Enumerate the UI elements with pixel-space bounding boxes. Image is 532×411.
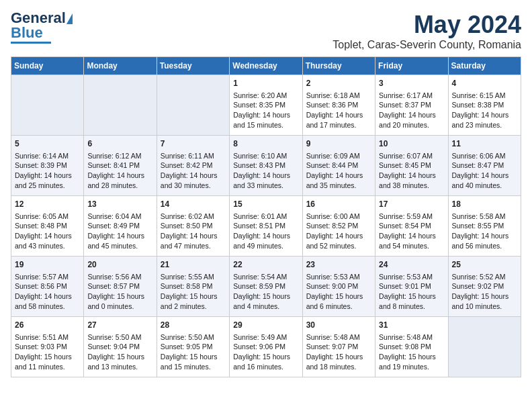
day-info: Sunrise: 5:57 AM Sunset: 8:56 PM Dayligh… bbox=[15, 272, 80, 312]
day-info: Sunrise: 6:06 AM Sunset: 8:47 PM Dayligh… bbox=[452, 151, 517, 191]
day-number: 24 bbox=[379, 259, 444, 271]
day-info: Sunrise: 5:59 AM Sunset: 8:54 PM Dayligh… bbox=[379, 212, 444, 251]
day-info: Sunrise: 6:18 AM Sunset: 8:36 PM Dayligh… bbox=[306, 91, 371, 130]
day-info: Sunrise: 5:49 AM Sunset: 9:06 PM Dayligh… bbox=[233, 332, 298, 372]
day-info: Sunrise: 6:02 AM Sunset: 8:50 PM Dayligh… bbox=[161, 212, 226, 251]
calendar-cell: 25Sunrise: 5:52 AM Sunset: 9:02 PM Dayli… bbox=[448, 257, 521, 317]
day-number: 26 bbox=[15, 320, 80, 331]
day-number: 2 bbox=[306, 78, 371, 89]
header-day: Friday bbox=[375, 57, 448, 75]
day-number: 20 bbox=[87, 259, 152, 271]
calendar-cell: 29Sunrise: 5:49 AM Sunset: 9:06 PM Dayli… bbox=[230, 317, 302, 377]
day-number: 1 bbox=[233, 78, 298, 89]
calendar-cell: 7Sunrise: 6:11 AM Sunset: 8:42 PM Daylig… bbox=[157, 136, 229, 196]
calendar-cell bbox=[448, 317, 521, 377]
header-day: Wednesday bbox=[230, 57, 302, 75]
day-info: Sunrise: 5:50 AM Sunset: 9:04 PM Dayligh… bbox=[87, 332, 152, 372]
calendar-cell bbox=[11, 75, 84, 136]
day-info: Sunrise: 5:52 AM Sunset: 9:02 PM Dayligh… bbox=[452, 272, 517, 312]
calendar-week: 1Sunrise: 6:20 AM Sunset: 8:35 PM Daylig… bbox=[11, 75, 521, 136]
page-header: General Blue May 2024 Toplet, Caras-Seve… bbox=[11, 11, 521, 51]
calendar-cell: 30Sunrise: 5:48 AM Sunset: 9:07 PM Dayli… bbox=[302, 317, 375, 377]
day-info: Sunrise: 5:55 AM Sunset: 8:58 PM Dayligh… bbox=[161, 272, 226, 312]
day-info: Sunrise: 6:17 AM Sunset: 8:37 PM Dayligh… bbox=[379, 91, 444, 130]
day-info: Sunrise: 6:12 AM Sunset: 8:41 PM Dayligh… bbox=[87, 151, 152, 191]
calendar-cell: 16Sunrise: 6:00 AM Sunset: 8:52 PM Dayli… bbox=[302, 196, 375, 257]
calendar-cell: 13Sunrise: 6:04 AM Sunset: 8:49 PM Dayli… bbox=[84, 196, 157, 257]
logo-underline bbox=[11, 42, 51, 44]
header-row: SundayMondayTuesdayWednesdayThursdayFrid… bbox=[11, 57, 521, 75]
calendar-cell: 2Sunrise: 6:18 AM Sunset: 8:36 PM Daylig… bbox=[302, 75, 375, 136]
day-number: 7 bbox=[161, 138, 226, 150]
logo-text: General bbox=[11, 11, 73, 26]
day-number: 14 bbox=[161, 199, 226, 210]
header-day: Monday bbox=[84, 57, 157, 75]
calendar-cell: 3Sunrise: 6:17 AM Sunset: 8:37 PM Daylig… bbox=[375, 75, 448, 136]
header-day: Sunday bbox=[11, 57, 84, 75]
calendar-table: SundayMondayTuesdayWednesdayThursdayFrid… bbox=[11, 56, 521, 377]
day-info: Sunrise: 6:04 AM Sunset: 8:49 PM Dayligh… bbox=[87, 212, 152, 251]
calendar-week: 5Sunrise: 6:14 AM Sunset: 8:39 PM Daylig… bbox=[11, 136, 521, 196]
calendar-cell: 19Sunrise: 5:57 AM Sunset: 8:56 PM Dayli… bbox=[11, 257, 84, 317]
day-info: Sunrise: 6:07 AM Sunset: 8:45 PM Dayligh… bbox=[379, 151, 444, 191]
day-number: 11 bbox=[452, 138, 517, 150]
calendar-cell: 22Sunrise: 5:54 AM Sunset: 8:59 PM Dayli… bbox=[230, 257, 302, 317]
day-info: Sunrise: 5:50 AM Sunset: 9:05 PM Dayligh… bbox=[161, 332, 226, 372]
calendar-cell: 26Sunrise: 5:51 AM Sunset: 9:03 PM Dayli… bbox=[11, 317, 84, 377]
day-number: 27 bbox=[87, 320, 152, 331]
day-number: 10 bbox=[379, 138, 444, 150]
day-number: 12 bbox=[15, 199, 80, 210]
calendar-week: 19Sunrise: 5:57 AM Sunset: 8:56 PM Dayli… bbox=[11, 257, 521, 317]
day-number: 23 bbox=[306, 259, 371, 271]
day-number: 5 bbox=[15, 138, 80, 150]
day-number: 30 bbox=[306, 320, 371, 331]
calendar-header: SundayMondayTuesdayWednesdayThursdayFrid… bbox=[11, 57, 521, 75]
calendar-cell: 23Sunrise: 5:53 AM Sunset: 9:00 PM Dayli… bbox=[302, 257, 375, 317]
day-number: 15 bbox=[233, 199, 298, 210]
calendar-cell: 1Sunrise: 6:20 AM Sunset: 8:35 PM Daylig… bbox=[230, 75, 302, 136]
day-info: Sunrise: 5:53 AM Sunset: 9:01 PM Dayligh… bbox=[379, 272, 444, 312]
day-number: 6 bbox=[87, 138, 152, 150]
day-info: Sunrise: 6:09 AM Sunset: 8:44 PM Dayligh… bbox=[306, 151, 371, 191]
day-info: Sunrise: 6:15 AM Sunset: 8:38 PM Dayligh… bbox=[452, 91, 517, 130]
calendar-cell: 24Sunrise: 5:53 AM Sunset: 9:01 PM Dayli… bbox=[375, 257, 448, 317]
day-info: Sunrise: 5:58 AM Sunset: 8:55 PM Dayligh… bbox=[452, 212, 517, 251]
day-info: Sunrise: 5:48 AM Sunset: 9:08 PM Dayligh… bbox=[379, 332, 444, 372]
day-number: 13 bbox=[87, 199, 152, 210]
calendar-cell: 11Sunrise: 6:06 AM Sunset: 8:47 PM Dayli… bbox=[448, 136, 521, 196]
calendar-cell: 6Sunrise: 6:12 AM Sunset: 8:41 PM Daylig… bbox=[84, 136, 157, 196]
day-info: Sunrise: 6:11 AM Sunset: 8:42 PM Dayligh… bbox=[161, 151, 226, 191]
day-info: Sunrise: 5:51 AM Sunset: 9:03 PM Dayligh… bbox=[15, 332, 80, 372]
day-number: 4 bbox=[452, 78, 517, 89]
calendar-cell: 20Sunrise: 5:56 AM Sunset: 8:57 PM Dayli… bbox=[84, 257, 157, 317]
calendar-cell: 10Sunrise: 6:07 AM Sunset: 8:45 PM Dayli… bbox=[375, 136, 448, 196]
day-info: Sunrise: 5:56 AM Sunset: 8:57 PM Dayligh… bbox=[87, 272, 152, 312]
calendar-cell: 14Sunrise: 6:02 AM Sunset: 8:50 PM Dayli… bbox=[157, 196, 229, 257]
calendar-cell: 27Sunrise: 5:50 AM Sunset: 9:04 PM Dayli… bbox=[84, 317, 157, 377]
calendar-cell bbox=[157, 75, 229, 136]
day-number: 3 bbox=[379, 78, 444, 89]
calendar-body: 1Sunrise: 6:20 AM Sunset: 8:35 PM Daylig… bbox=[11, 75, 521, 377]
calendar-cell: 17Sunrise: 5:59 AM Sunset: 8:54 PM Dayli… bbox=[375, 196, 448, 257]
day-number: 9 bbox=[306, 138, 371, 150]
day-number: 8 bbox=[233, 138, 298, 150]
day-number: 18 bbox=[452, 199, 517, 210]
day-number: 22 bbox=[233, 259, 298, 271]
calendar-week: 26Sunrise: 5:51 AM Sunset: 9:03 PM Dayli… bbox=[11, 317, 521, 377]
calendar-cell: 5Sunrise: 6:14 AM Sunset: 8:39 PM Daylig… bbox=[11, 136, 84, 196]
calendar-cell bbox=[84, 75, 157, 136]
day-info: Sunrise: 5:54 AM Sunset: 8:59 PM Dayligh… bbox=[233, 272, 298, 312]
calendar-cell: 15Sunrise: 6:01 AM Sunset: 8:51 PM Dayli… bbox=[230, 196, 302, 257]
main-title: May 2024 bbox=[332, 11, 521, 39]
subtitle: Toplet, Caras-Severin County, Romania bbox=[332, 39, 521, 51]
header-day: Tuesday bbox=[157, 57, 229, 75]
day-number: 28 bbox=[161, 320, 226, 331]
day-info: Sunrise: 6:20 AM Sunset: 8:35 PM Dayligh… bbox=[233, 91, 298, 130]
logo: General Blue bbox=[11, 11, 73, 44]
day-number: 25 bbox=[452, 259, 517, 271]
day-number: 17 bbox=[379, 199, 444, 210]
day-number: 19 bbox=[15, 259, 80, 271]
logo-blue-text: Blue bbox=[11, 26, 43, 40]
title-block: May 2024 Toplet, Caras-Severin County, R… bbox=[332, 11, 521, 51]
day-info: Sunrise: 6:00 AM Sunset: 8:52 PM Dayligh… bbox=[306, 212, 371, 251]
